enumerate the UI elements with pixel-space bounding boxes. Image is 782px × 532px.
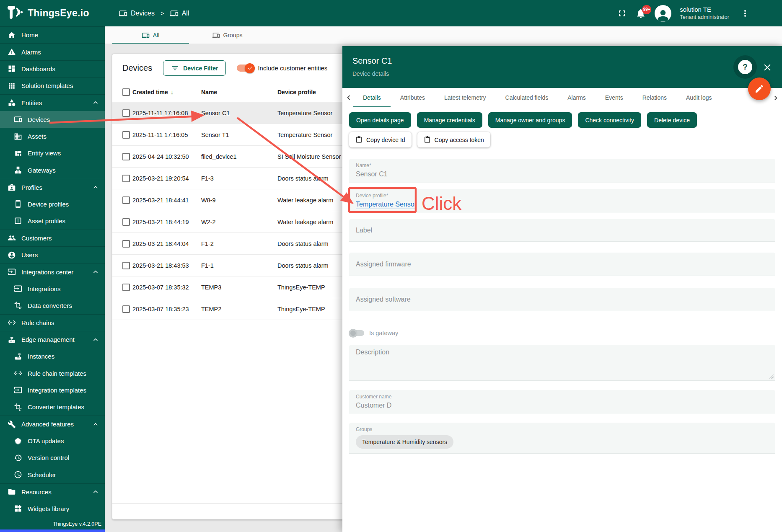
fullscreen-button[interactable] xyxy=(617,8,627,18)
device-filter-button[interactable]: Device Filter xyxy=(163,60,226,76)
user-role: Tenant administrator xyxy=(680,14,729,21)
sidebar-item-integrations-center[interactable]: Integrations center xyxy=(0,263,105,280)
user-info[interactable]: solution TE Tenant administrator xyxy=(680,6,729,21)
close-icon xyxy=(762,62,773,73)
sidebar-item-integration-templates[interactable]: Integration templates xyxy=(0,382,105,398)
tabs-scroll-right-button[interactable] xyxy=(771,93,780,103)
sidebar-item-rule-chains[interactable]: Rule chains xyxy=(0,314,105,331)
schedule-icon xyxy=(14,470,22,479)
breadcrumb-devices[interactable]: Devices xyxy=(119,9,155,18)
sidebar-item-dashboards[interactable]: Dashboards xyxy=(0,60,105,77)
sidebar-item-instances[interactable]: Instances xyxy=(0,348,105,364)
person-icon xyxy=(656,8,670,22)
device-profile-field[interactable]: Device profile* Temperature Sensor xyxy=(349,189,775,213)
device-profile-link[interactable]: Temperature Sensor xyxy=(356,201,417,209)
avatar[interactable] xyxy=(655,5,671,22)
sidebar-item-asset-profiles[interactable]: Asset profiles xyxy=(0,212,105,229)
name-field[interactable]: Name* Sensor C1 xyxy=(349,159,775,183)
sidebar-item-assets[interactable]: Assets xyxy=(0,128,105,145)
breadcrumb-all[interactable]: All xyxy=(170,9,189,18)
drawer-tab-relations[interactable]: Relations xyxy=(633,88,676,107)
sidebar-item-alarms[interactable]: Alarms xyxy=(0,43,105,60)
sidebar-item-label: Alarms xyxy=(21,49,41,56)
assigned-software-field[interactable]: Assigned software xyxy=(349,288,775,311)
row-checkbox[interactable] xyxy=(122,153,130,160)
description-field[interactable]: Description xyxy=(349,345,775,381)
sidebar-item-resources[interactable]: Resources xyxy=(0,483,105,500)
manage-owner-and-groups-button[interactable]: Manage owner and groups xyxy=(488,112,572,128)
sidebar-item-entities[interactable]: Entities xyxy=(0,94,105,111)
app-logo[interactable]: ThingsEye.io xyxy=(0,5,105,22)
row-checkbox[interactable] xyxy=(122,240,130,248)
drawer-tab-events[interactable]: Events xyxy=(596,88,633,107)
drawer-tab-calculated-fields[interactable]: Calculated fields xyxy=(496,88,558,107)
cell-device-profile: SI Soil Moisture Sensor xyxy=(277,153,341,160)
row-checkbox[interactable] xyxy=(122,305,130,313)
delete-device-button[interactable]: Delete device xyxy=(647,112,697,128)
column-device-profile[interactable]: Device profile xyxy=(277,89,316,96)
sidebar-item-edge-management[interactable]: Edge management xyxy=(0,331,105,348)
sidebar-item-advanced-features[interactable]: Advanced features xyxy=(0,416,105,432)
drawer-header: Sensor C1 Device details ? xyxy=(342,46,782,88)
sidebar-item-converter-templates[interactable]: Converter templates xyxy=(0,399,105,416)
sidebar-item-device-profiles[interactable]: Device profiles xyxy=(0,196,105,212)
sidebar-item-version-control[interactable]: Version control xyxy=(0,449,105,466)
label-field[interactable]: Label xyxy=(349,219,775,242)
sidebar-item-devices[interactable]: Devices xyxy=(0,111,105,128)
group-chip[interactable]: Temperature & Humidity sensors xyxy=(356,435,453,449)
column-name[interactable]: Name xyxy=(201,89,217,96)
include-customer-entities-toggle[interactable]: Include customer entities xyxy=(237,65,327,72)
sort-desc-icon[interactable]: ↓ xyxy=(171,88,174,96)
open-details-page-button[interactable]: Open details page xyxy=(349,112,411,128)
drawer-tab-attributes[interactable]: Attributes xyxy=(391,88,435,107)
category-icon xyxy=(8,98,16,107)
sidebar-item-users[interactable]: Users xyxy=(0,246,105,263)
drawer-tab-alarms[interactable]: Alarms xyxy=(558,88,596,107)
close-drawer-button[interactable] xyxy=(762,62,773,73)
sidebar-item-customers[interactable]: Customers xyxy=(0,230,105,246)
sidebar-item-widgets-library[interactable]: Widgets library xyxy=(0,500,105,517)
tab-groups[interactable]: Groups xyxy=(189,26,266,44)
select-all-checkbox[interactable] xyxy=(122,88,130,96)
sidebar-item-label: Rule chain templates xyxy=(28,370,86,377)
row-checkbox[interactable] xyxy=(122,175,130,182)
sidebar-item-rule-chain-templates[interactable]: Rule chain templates xyxy=(0,365,105,382)
sidebar-item-data-converters[interactable]: Data converters xyxy=(0,297,105,314)
sidebar-item-entity-views[interactable]: Entity views xyxy=(0,145,105,162)
help-button[interactable]: ? xyxy=(733,55,757,79)
assigned-firmware-field[interactable]: Assigned firmware xyxy=(349,253,775,276)
row-checkbox[interactable] xyxy=(122,196,130,204)
manage-credentials-button[interactable]: Manage credentials xyxy=(417,112,482,128)
sidebar-item-solution-templates[interactable]: Solution templates xyxy=(0,77,105,94)
sidebar-item-home[interactable]: Home xyxy=(0,26,105,43)
sidebar-item-profiles[interactable]: Profiles xyxy=(0,179,105,196)
drawer-tab-details[interactable]: Details xyxy=(353,88,391,107)
chevron-up-icon xyxy=(91,183,100,191)
copy-access-token-button[interactable]: Copy access token xyxy=(417,132,490,147)
column-created-time[interactable]: Created time xyxy=(132,89,168,96)
assigned-software-placeholder: Assigned software xyxy=(356,296,411,303)
sidebar-item-label: Profiles xyxy=(21,184,42,191)
sidebar-item-integrations[interactable]: Integrations xyxy=(0,280,105,297)
sidebar-item-scheduler[interactable]: Scheduler xyxy=(0,466,105,483)
check-connectivity-button[interactable]: Check connectivity xyxy=(578,112,641,128)
cell-device-profile: ThingsEye-TEMP xyxy=(277,306,325,312)
notifications-button[interactable]: 99+ xyxy=(635,8,646,19)
tab-all[interactable]: All xyxy=(112,26,189,44)
textarea-resize-handle[interactable] xyxy=(769,374,774,379)
row-checkbox[interactable] xyxy=(122,131,130,139)
tabs-scroll-left-button[interactable] xyxy=(344,93,353,102)
tab-label: Groups xyxy=(223,32,243,39)
copy-device-id-button[interactable]: Copy device Id xyxy=(349,132,412,147)
drawer-tab-audit-logs[interactable]: Audit logs xyxy=(676,88,721,107)
sidebar-item-gateways[interactable]: Gateways xyxy=(0,162,105,178)
more-menu-button[interactable] xyxy=(740,8,750,18)
sidebar-item-ota-updates[interactable]: OTA updates xyxy=(0,432,105,449)
row-checkbox[interactable] xyxy=(122,262,130,269)
row-checkbox[interactable] xyxy=(122,218,130,226)
row-checkbox[interactable] xyxy=(122,284,130,291)
edit-fab-button[interactable] xyxy=(748,77,771,100)
is-gateway-toggle[interactable]: Is gateway xyxy=(349,328,775,338)
row-checkbox[interactable] xyxy=(122,109,130,117)
drawer-tab-latest-telemetry[interactable]: Latest telemetry xyxy=(435,88,496,107)
